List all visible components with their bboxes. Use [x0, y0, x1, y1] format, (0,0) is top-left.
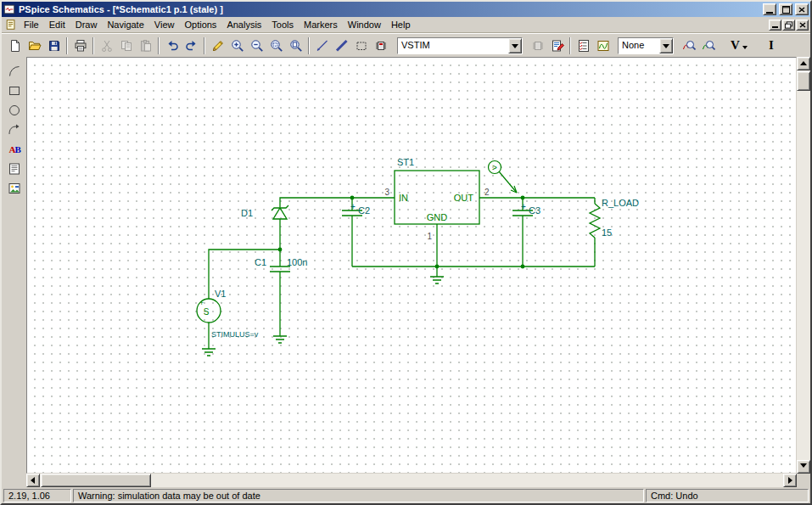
- edit-symbol-button[interactable]: [547, 36, 567, 55]
- current-marker-button[interactable]: I: [762, 36, 781, 55]
- menu-view[interactable]: View: [149, 18, 180, 31]
- ground-symbol-c1[interactable]: [273, 336, 287, 343]
- draw-polyline-button[interactable]: [5, 121, 24, 138]
- menu-file[interactable]: File: [19, 18, 44, 31]
- component-rload-resistor[interactable]: [590, 204, 600, 238]
- label-d1[interactable]: D1: [241, 208, 253, 218]
- print-button[interactable]: [70, 36, 90, 55]
- toolbar-separator: [308, 37, 310, 54]
- scroll-up-button[interactable]: [797, 57, 810, 70]
- draw-box-button[interactable]: [5, 81, 24, 99]
- redo-arrow-icon: [185, 39, 199, 53]
- draw-bus-button[interactable]: [332, 36, 351, 55]
- draw-circle-icon: [8, 104, 21, 117]
- label-v1-stimulus[interactable]: STIMULUS=v: [211, 330, 259, 339]
- marker-combo[interactable]: None: [618, 37, 674, 54]
- label-c3-plus: +: [521, 202, 526, 211]
- probe-button-2[interactable]: [698, 36, 718, 55]
- label-c1[interactable]: C1: [255, 257, 266, 267]
- child-close-button[interactable]: [796, 20, 809, 31]
- draw-wire-button[interactable]: [208, 36, 227, 55]
- scroll-down-button[interactable]: [797, 460, 810, 474]
- label-c2[interactable]: C2: [358, 205, 370, 216]
- draw-text-box-button[interactable]: [5, 160, 24, 177]
- menu-help[interactable]: Help: [386, 18, 416, 31]
- child-restore-button[interactable]: [782, 20, 795, 31]
- label-c3[interactable]: C3: [529, 205, 540, 216]
- copy-button[interactable]: [116, 36, 136, 55]
- label-st1[interactable]: ST1: [397, 157, 414, 167]
- draw-text-button[interactable]: AB: [5, 140, 24, 158]
- voltage-marker[interactable]: >: [489, 161, 518, 194]
- scroll-left-button[interactable]: [26, 474, 40, 487]
- draw-circle-button[interactable]: [5, 101, 24, 119]
- wires[interactable]: [209, 198, 595, 349]
- paste-button[interactable]: [136, 36, 155, 55]
- part-combo[interactable]: VSTIM: [397, 37, 523, 54]
- menu-navigate[interactable]: Navigate: [102, 18, 148, 31]
- label-c1-value[interactable]: 100n: [287, 257, 307, 267]
- draw-block-button[interactable]: [351, 36, 371, 55]
- zoom-in-button[interactable]: [227, 36, 247, 55]
- zoom-area-button[interactable]: [266, 36, 286, 55]
- label-c2-plus: +: [350, 202, 356, 211]
- maximize-button[interactable]: [779, 3, 792, 15]
- close-icon: [798, 7, 805, 13]
- ground-symbol-st1[interactable]: [430, 277, 444, 283]
- component-st1-block[interactable]: IN OUT GND: [395, 171, 479, 224]
- part-combo-dropdown-button[interactable]: [508, 38, 522, 53]
- scroll-right-button[interactable]: [783, 474, 797, 487]
- menu-draw[interactable]: Draw: [70, 18, 103, 31]
- menu-tools[interactable]: Tools: [266, 18, 299, 31]
- marker-combo-dropdown-button[interactable]: [659, 38, 673, 53]
- label-rload[interactable]: R_LOAD: [602, 198, 639, 208]
- zoom-fit-button[interactable]: [286, 36, 305, 55]
- horizontal-scroll-thumb[interactable]: [41, 474, 151, 487]
- save-button[interactable]: [44, 36, 64, 55]
- pin-number-2: 2: [484, 188, 490, 197]
- v1-source-glyph: S: [204, 307, 210, 317]
- status-message: Warning: simulation data may be out of d…: [73, 489, 644, 502]
- setup-analysis-icon: [577, 39, 591, 53]
- close-button[interactable]: [795, 3, 809, 15]
- open-button[interactable]: [25, 36, 44, 55]
- component-d1-zener[interactable]: [272, 205, 288, 219]
- zoom-out-button[interactable]: [247, 36, 266, 55]
- menu-window[interactable]: Window: [343, 18, 386, 31]
- simulate-button[interactable]: [593, 36, 613, 55]
- chevron-down-icon: [742, 46, 748, 52]
- minimize-button[interactable]: [763, 3, 776, 15]
- ground-symbol-v1[interactable]: [202, 349, 216, 356]
- vertical-scroll-thumb[interactable]: [797, 71, 810, 91]
- menu-options[interactable]: Options: [179, 18, 221, 31]
- st1-pin-out-label: OUT: [454, 193, 474, 203]
- undo-button[interactable]: [162, 36, 182, 55]
- schematic-page[interactable]: + S IN OUT: [26, 57, 797, 474]
- menu-markers[interactable]: Markers: [299, 18, 343, 31]
- draw-wire-tool-button[interactable]: [312, 36, 332, 55]
- label-rload-value[interactable]: 15: [602, 227, 612, 238]
- draw-arc-button[interactable]: [5, 62, 24, 80]
- get-new-part-button[interactable]: [528, 36, 547, 55]
- cut-button[interactable]: [97, 36, 116, 55]
- draw-symbol-button[interactable]: [371, 36, 390, 55]
- setup-analysis-button[interactable]: [574, 36, 593, 55]
- zoom-in-magnifier-icon: [231, 39, 244, 53]
- probe-button-1[interactable]: [679, 36, 698, 55]
- chevron-down-icon: [663, 44, 669, 52]
- draw-wire-pencil-icon: [211, 39, 225, 53]
- vertical-scrollbar[interactable]: [797, 57, 810, 474]
- insert-picture-button[interactable]: [5, 179, 24, 197]
- new-button[interactable]: [5, 36, 25, 55]
- chevron-down-icon: [512, 44, 518, 52]
- menu-edit[interactable]: Edit: [44, 18, 70, 31]
- child-minimize-button[interactable]: [769, 20, 781, 31]
- component-v1-source[interactable]: + S: [197, 299, 221, 323]
- schematic-canvas[interactable]: + S IN OUT: [27, 58, 796, 473]
- redo-button[interactable]: [182, 36, 201, 55]
- horizontal-scrollbar[interactable]: [26, 474, 797, 487]
- label-v1[interactable]: V1: [215, 289, 226, 299]
- window-title: PSpice Schematics - [*Schematic1 p.1 (st…: [18, 4, 760, 14]
- voltage-marker-button[interactable]: V: [726, 36, 752, 55]
- menu-analysis[interactable]: Analysis: [221, 18, 266, 31]
